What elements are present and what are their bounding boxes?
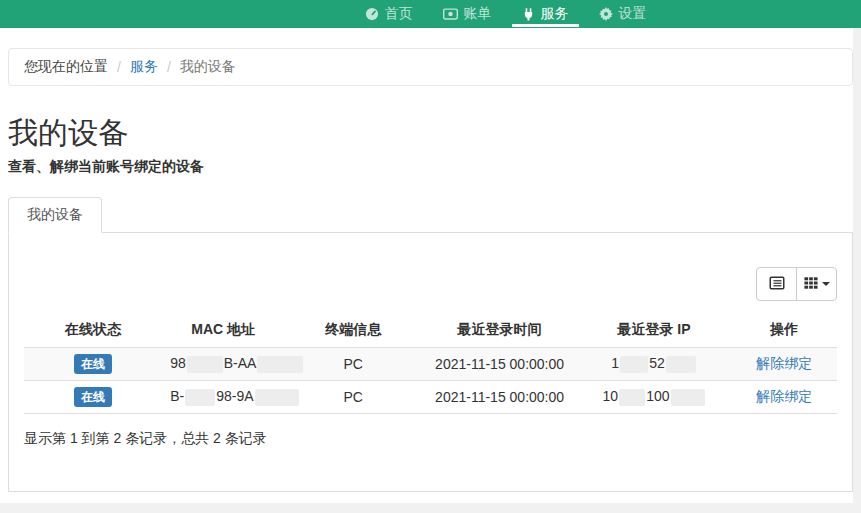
toggle-detail-view-button[interactable]: [756, 267, 797, 301]
table-header-row: 在线状态 MAC 地址 终端信息 最近登录时间 最近登录 IP 操作: [24, 313, 837, 348]
dashboard-icon: [365, 7, 379, 21]
table-row: 在线 B-98-9A PC 2021-11-15 00:00:00 10100 …: [24, 381, 837, 414]
nav-item-home[interactable]: 首页: [350, 0, 428, 28]
login-time-cell: 2021-11-15 00:00:00: [422, 381, 576, 414]
censored-block: [666, 356, 696, 373]
terminal-cell: PC: [284, 348, 422, 381]
status-cell: 在线: [24, 348, 162, 381]
mac-text: B-AA: [224, 355, 257, 371]
login-time-cell: 2021-11-15 00:00:00: [422, 348, 576, 381]
breadcrumb: 您现在的位置 / 服务 / 我的设备: [8, 48, 853, 86]
column-header-status: 在线状态: [24, 313, 162, 348]
nav-item-bills[interactable]: 账单: [428, 0, 507, 28]
gear-icon: [599, 7, 613, 21]
breadcrumb-separator: /: [117, 59, 121, 75]
detail-view-icon: [769, 275, 785, 294]
mac-cell: B-98-9A: [162, 381, 284, 414]
terminal-cell: PC: [284, 381, 422, 414]
action-cell: 解除绑定: [731, 381, 837, 414]
column-header-terminal: 终端信息: [284, 313, 422, 348]
nav-item-services[interactable]: 服务: [507, 0, 584, 28]
login-ip-cell: 10100: [577, 381, 731, 414]
nav-menu: 首页 账单 服务 设置: [350, 0, 662, 28]
plug-icon: [522, 7, 535, 21]
mac-text: 98-9A: [216, 388, 253, 404]
unbind-link[interactable]: 解除绑定: [756, 355, 812, 371]
top-navbar: 首页 账单 服务 设置: [0, 0, 861, 28]
chevron-down-icon: [822, 282, 830, 286]
ip-text: 100: [646, 388, 669, 404]
devices-table: 在线状态 MAC 地址 终端信息 最近登录时间 最近登录 IP 操作 在线 98…: [24, 313, 837, 414]
page-content: 您现在的位置 / 服务 / 我的设备 我的设备 查看、解绑当前账号绑定的设备 我…: [0, 28, 853, 503]
column-header-actions: 操作: [731, 313, 837, 348]
censored-block: [619, 389, 645, 406]
breadcrumb-prefix: 您现在的位置: [24, 58, 108, 76]
pagination-summary: 显示第 1 到第 2 条记录，总共 2 条记录: [24, 430, 837, 448]
login-ip-cell: 152: [577, 348, 731, 381]
breadcrumb-current: 我的设备: [180, 58, 236, 76]
censored-block: [257, 356, 303, 373]
nav-item-label: 服务: [541, 5, 569, 23]
ip-text: 52: [649, 355, 665, 371]
mac-text: B-: [170, 388, 184, 404]
censored-block: [620, 356, 648, 373]
column-header-mac: MAC 地址: [162, 313, 284, 348]
column-header-login-ip: 最近登录 IP: [577, 313, 731, 348]
censored-block: [255, 389, 299, 406]
tab-bar: 我的设备: [8, 197, 853, 232]
censored-block: [187, 356, 223, 373]
toolbar-button-group: [756, 267, 837, 301]
status-cell: 在线: [24, 381, 162, 414]
bill-icon: [443, 8, 458, 20]
breadcrumb-link-services[interactable]: 服务: [130, 58, 158, 76]
censored-block: [671, 389, 705, 406]
nav-item-label: 首页: [385, 5, 413, 23]
censored-block: [185, 389, 215, 406]
nav-item-label: 设置: [619, 5, 647, 23]
ip-text: 10: [603, 388, 619, 404]
status-badge: 在线: [74, 354, 112, 374]
status-badge: 在线: [74, 387, 112, 407]
unbind-link[interactable]: 解除绑定: [756, 388, 812, 404]
tab-my-devices[interactable]: 我的设备: [8, 197, 102, 233]
nav-item-label: 账单: [464, 5, 492, 23]
columns-dropdown-button[interactable]: [796, 267, 837, 301]
columns-grid-icon: [804, 276, 818, 293]
column-header-login-time: 最近登录时间: [422, 313, 576, 348]
breadcrumb-separator: /: [167, 59, 171, 75]
devices-panel: 在线状态 MAC 地址 终端信息 最近登录时间 最近登录 IP 操作 在线 98…: [8, 232, 853, 492]
action-cell: 解除绑定: [731, 348, 837, 381]
mac-cell: 98B-AA: [162, 348, 284, 381]
page-title: 我的设备: [8, 116, 853, 149]
mac-text: 98: [170, 355, 186, 371]
nav-item-settings[interactable]: 设置: [584, 0, 662, 28]
page-subtitle: 查看、解绑当前账号绑定的设备: [8, 157, 853, 175]
ip-text: 1: [611, 355, 619, 371]
table-toolbar: [24, 267, 837, 301]
table-row: 在线 98B-AA PC 2021-11-15 00:00:00 152 解除绑…: [24, 348, 837, 381]
